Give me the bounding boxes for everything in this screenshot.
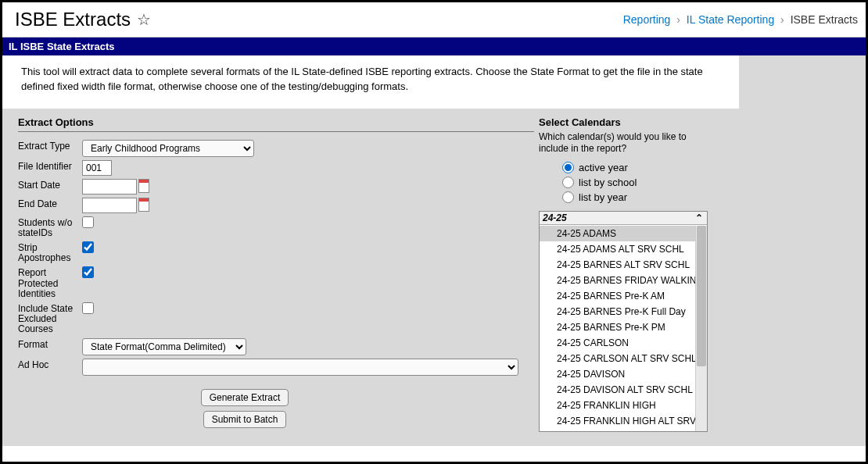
header-left: ISBE Extracts ☆ <box>15 9 151 30</box>
end-date-label: End Date <box>18 198 82 209</box>
calendar-list-box: 24-25 ⌃ 24-25 ADAMS24-25 ADAMS ALT SRV S… <box>539 211 708 432</box>
active-year-radio[interactable] <box>562 162 574 173</box>
panel-title: IL ISBE State Extracts <box>2 37 866 55</box>
active-year-label: active year <box>579 162 628 173</box>
scrollbar-thumb[interactable] <box>697 226 706 366</box>
chevron-up-icon[interactable]: ⌃ <box>694 212 704 223</box>
breadcrumb-reporting[interactable]: Reporting <box>623 13 671 26</box>
list-by-school-radio[interactable] <box>562 177 574 188</box>
calendar-item[interactable]: 24-25 BARNES ALT SRV SCHL <box>540 257 707 273</box>
extract-options-col: Extract Options Extract Type Early Child… <box>2 109 534 446</box>
calendar-item[interactable]: 24-25 FRANKLIN HIGH ALT SRV <box>540 413 707 429</box>
file-identifier-label: File Identifier <box>18 160 82 172</box>
options-area: Extract Options Extract Type Early Child… <box>2 109 739 446</box>
calendar-list[interactable]: 24-25 ADAMS24-25 ADAMS ALT SRV SCHL24-25… <box>540 226 707 431</box>
adhoc-select[interactable] <box>82 359 518 376</box>
calendar-item[interactable]: 24-25 BARNES FRIDAY WALKIN <box>540 273 707 288</box>
calendar-item[interactable]: 24-25 ADAMS <box>540 226 707 241</box>
page-title: ISBE Extracts <box>15 9 131 30</box>
students-wo-ids-label: Students w/o stateIDs <box>18 216 82 238</box>
action-buttons: Generate Extract Submit to Batch <box>96 379 393 438</box>
extract-type-select[interactable]: Early Childhood Programs <box>82 140 254 157</box>
select-calendars-col: Select Calendars Which calendar(s) would… <box>534 109 739 446</box>
report-protected-checkbox[interactable] <box>82 266 94 278</box>
calendar-group-header[interactable]: 24-25 ⌃ <box>540 212 707 225</box>
scrollbar[interactable] <box>695 226 707 431</box>
include-excluded-label: Include State Excluded Courses <box>18 302 82 335</box>
calendar-item[interactable]: 24-25 DAVISON ALT SRV SCHL <box>540 382 707 398</box>
end-date-input[interactable] <box>82 198 137 213</box>
list-by-year-label: list by year <box>579 191 627 203</box>
calendar-item[interactable]: 24-25 CARLSON <box>540 335 707 351</box>
generate-extract-button[interactable]: Generate Extract <box>201 389 289 406</box>
breadcrumb: Reporting › IL State Reporting › ISBE Ex… <box>623 13 858 26</box>
chevron-right-icon: › <box>676 13 680 26</box>
calendar-item[interactable]: 24-25 CARLSON ALT SRV SCHL <box>540 351 707 366</box>
format-label: Format <box>18 338 82 350</box>
content-area: IL ISBE State Extracts This tool will ex… <box>2 37 866 446</box>
extract-type-label: Extract Type <box>18 140 82 152</box>
calendar-item[interactable]: 24-25 FRANKLIN HIGH <box>540 398 707 413</box>
breadcrumb-current: ISBE Extracts <box>791 13 858 26</box>
extract-options-heading: Extract Options <box>18 113 534 131</box>
calendar-item[interactable]: 24-25 FRANKLIN HIGH MUSIC <box>540 429 707 431</box>
calendar-item[interactable]: 24-25 BARNES Pre-K PM <box>540 319 707 335</box>
start-date-label: Start Date <box>18 179 82 191</box>
list-by-year-radio[interactable] <box>562 191 574 203</box>
chevron-right-icon: › <box>780 13 784 26</box>
include-excluded-checkbox[interactable] <box>82 302 94 314</box>
submit-to-batch-button[interactable]: Submit to Batch <box>203 411 287 428</box>
calendar-icon[interactable] <box>138 198 149 212</box>
file-identifier-input[interactable] <box>82 160 112 176</box>
select-calendars-desc: Which calendar(s) would you like to incl… <box>539 131 695 155</box>
strip-apostrophes-checkbox[interactable] <box>82 241 94 253</box>
select-calendars-heading: Select Calendars <box>539 113 739 131</box>
adhoc-label: Ad Hoc <box>18 359 82 370</box>
calendar-item[interactable]: 24-25 ADAMS ALT SRV SCHL <box>540 241 707 257</box>
start-date-input[interactable] <box>82 179 137 195</box>
students-wo-ids-checkbox[interactable] <box>82 216 94 228</box>
calendar-item[interactable]: 24-25 BARNES Pre-K AM <box>540 288 707 304</box>
divider <box>18 131 534 132</box>
breadcrumb-il-state-reporting[interactable]: IL State Reporting <box>687 13 774 26</box>
calendar-item[interactable]: 24-25 DAVISON <box>540 366 707 382</box>
calendar-group-label: 24-25 <box>543 212 567 223</box>
list-by-school-label: list by school <box>579 177 637 188</box>
calendar-icon[interactable] <box>138 179 149 193</box>
strip-apostrophes-label: Strip Apostrophes <box>18 241 82 263</box>
favorite-star-icon[interactable]: ☆ <box>137 10 151 29</box>
calendar-item[interactable]: 24-25 BARNES Pre-K Full Day <box>540 304 707 319</box>
format-select[interactable]: State Format(Comma Delimited) <box>82 338 246 355</box>
page-header: ISBE Extracts ☆ Reporting › IL State Rep… <box>2 2 866 37</box>
report-protected-label: Report Protected Identities <box>18 266 82 299</box>
intro-text: This tool will extract data to complete … <box>2 55 739 109</box>
